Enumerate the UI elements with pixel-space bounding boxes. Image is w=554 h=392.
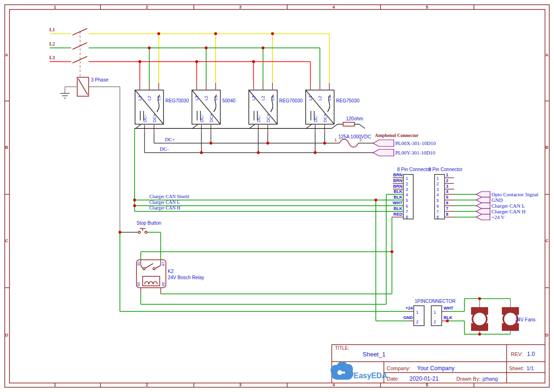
flag-label: +24 V (491, 214, 505, 220)
row-label: B (545, 145, 549, 150)
row-label: B (5, 145, 9, 150)
col-label: 5 (426, 383, 428, 387)
company-label: Company: (387, 365, 410, 371)
pin-number: 1 (406, 176, 408, 181)
pin-label: DC- (143, 115, 147, 122)
relay-pin-85: 85 (136, 282, 141, 286)
pin-label: L3 (251, 96, 256, 100)
wire-color-label: BLK (394, 195, 403, 200)
pin-label: L3 (194, 96, 199, 100)
relay-pin-87: 87 (161, 262, 165, 266)
pin-label: L1 (213, 96, 218, 100)
wire-color-label: WHT (393, 201, 403, 205)
pin-label: DC+ (209, 114, 214, 122)
wire-number-label: 8 (446, 212, 448, 217)
pin-label: L1 (270, 96, 275, 100)
wire-color-label: RED (393, 212, 403, 217)
fuse-125a[interactable]: 125A 1000VDC 1 2 (334, 134, 373, 147)
contactor-3phase[interactable]: 3 Phase (60, 77, 120, 232)
connector-title: 8 Pin Connector (397, 167, 431, 172)
can-wires[interactable]: Charger CAN Shield Charger CAN L Charger… (135, 194, 403, 321)
flag-label: GND (491, 197, 503, 203)
connector-8pin-right[interactable]: 8 Pin Connector 1 2 3 4 5 6 7 8 1 2 3 4 … (428, 167, 476, 219)
col-label: 4 (332, 5, 335, 9)
pin-number: 2 (434, 319, 436, 324)
net-label-can-h: Charger CAN H (149, 205, 180, 210)
net-flag-plus[interactable] (373, 140, 394, 146)
net-flag-minus[interactable] (373, 149, 394, 156)
row-label: A (545, 53, 549, 57)
rev-label: REV: (511, 351, 523, 357)
stop-button[interactable]: Stop Button (120, 220, 161, 233)
sheet-border: 1 2 3 4 5 1 2 3 4 5 A B C D A B C D (5, 5, 549, 387)
pin-number: 1 (416, 310, 418, 315)
phase-line-l1[interactable]: L1 (49, 27, 329, 83)
wire-number-label: 5 (446, 195, 448, 200)
net-flag[interactable] (476, 214, 490, 220)
pin-number: 2 (416, 319, 418, 324)
rectifier-module-3[interactable]: L3 L2 L1 DC- DC+ REG70030 (249, 83, 303, 133)
rev-value[interactable]: 1.0 (527, 351, 535, 357)
pin-label: DC- (313, 115, 318, 122)
pin-label: DC- (256, 115, 261, 122)
relay-k2[interactable]: 30 87 85 86 K2 24V Bosch Relay (120, 232, 392, 311)
wire-number-label: 4 (446, 189, 448, 194)
signal-flags-right[interactable]: Opto Contactor Signal GND Charger CAN L … (476, 191, 538, 220)
net-label-l2: L2 (49, 41, 55, 46)
sheet-value[interactable]: 1/1 (527, 365, 534, 371)
pin-number: 6 (436, 204, 439, 209)
company-value[interactable]: Your Company (417, 365, 454, 372)
easyeda-logo-text: EasyEDA (354, 372, 388, 380)
net-flag[interactable] (476, 191, 490, 197)
flag-label: Charger CAN L (491, 203, 525, 209)
rectifier-module-4[interactable]: L3 L2 L1 DC- DC+ REG75030 (306, 83, 360, 133)
pin-number: 2 (436, 182, 439, 186)
wire-label-plus24: +24 (406, 306, 413, 310)
sheet-title[interactable]: Sheet_1 (363, 351, 385, 358)
date-value[interactable]: 2020-01-21 (409, 375, 439, 382)
net-label-dc-minus: DC- (160, 146, 169, 152)
flag-label: Charger CAN H (491, 209, 526, 214)
pin-label: L2 (261, 96, 265, 100)
rectifier-module-1[interactable]: L3 L2 L1 DC- DC+ REG70030 (135, 83, 189, 133)
pin-number: 6 (406, 204, 408, 209)
dc-plus-bus[interactable]: DC+ (154, 133, 336, 143)
rectifier-module-2[interactable]: L3 L2 L1 DC- DC+ 50040 (192, 83, 236, 133)
pin-label: DC+ (323, 114, 327, 122)
pin-number: 5 (406, 198, 408, 203)
pin-number: 5 (436, 198, 439, 203)
amphenol-connector-flags[interactable]: Amphenol Connector PL00X-301-10D10 PL00Y… (373, 133, 436, 156)
pin-number: 4 (406, 192, 408, 197)
pin-label: L2 (147, 96, 152, 100)
net-flag[interactable] (476, 197, 490, 203)
pin-label: L2 (204, 96, 209, 100)
row-label: D (5, 333, 9, 337)
net-flag[interactable] (476, 209, 490, 214)
col-label: 3 (239, 383, 241, 387)
wire-color-label: BLK (394, 189, 403, 194)
fans-label: 24V Fans (515, 317, 536, 322)
phase-line-l2[interactable]: L2 (49, 41, 320, 83)
net-flag[interactable] (476, 203, 490, 209)
wire-label-gnd: GND (403, 315, 413, 320)
pin-number: 1 (434, 310, 436, 315)
title-label: TITLE: (335, 346, 349, 351)
pin-label: DC+ (152, 114, 157, 122)
relay-value: 24V Bosch Relay (168, 275, 204, 280)
col-label: 2 (145, 5, 148, 9)
connector-8pin-left[interactable]: 8 Pin Connector BRN BRN BRN BLK BLK WHT … (392, 167, 431, 219)
breaker-switches[interactable] (73, 28, 87, 77)
pin-number: 3 (406, 187, 408, 192)
pin-label: L1 (327, 96, 332, 100)
drawn-by-value[interactable]: jzhang (482, 376, 498, 382)
fan-2[interactable]: 24V Fans (502, 299, 536, 334)
pin-label: DC- (200, 115, 204, 122)
flag-label-minus: PL00Y-301-10D10 (395, 150, 436, 155)
relay-pin-30: 30 (136, 262, 141, 266)
module-label: REG70030 (165, 98, 189, 103)
fan-1[interactable] (471, 299, 488, 334)
control-wires[interactable] (120, 294, 408, 321)
title-block: TITLE: Sheet_1 REV: 1.0 Company: Your Co… (330, 345, 545, 383)
fuse-pin-2: 2 (359, 137, 362, 142)
pin-label: L3 (308, 96, 313, 100)
